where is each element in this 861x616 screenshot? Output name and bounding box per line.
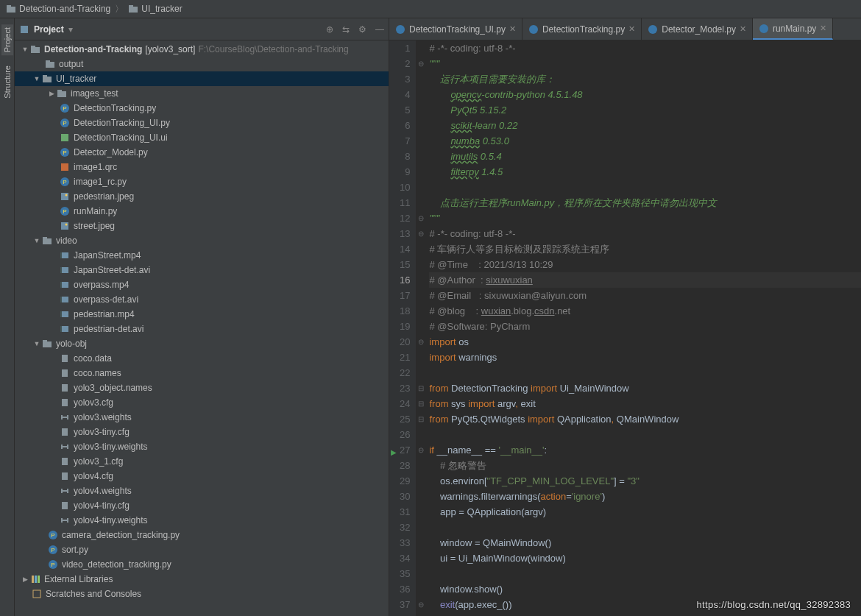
svg-text:P: P [51, 562, 54, 568]
tab-label: runMain.py [773, 24, 816, 34]
file-icon [59, 308, 71, 320]
tree-file[interactable]: P camera_detection_tracking.py [15, 528, 389, 542]
editor-tab[interactable]: DetectionTracking.py ✕ [522, 18, 642, 40]
tree-file[interactable]: pedestrian.jpeg [15, 189, 389, 204]
editor-tabs: DetectionTracking_UI.py ✕ DetectionTrack… [389, 18, 861, 40]
project-sidebar: Project ▾ ⊕ ⇆ ⚙ — ▼ Detection-and-Tracki… [15, 18, 389, 616]
tree-file[interactable]: P image1_rc.py [15, 174, 389, 189]
tree-label: Detection-and-Tracking [44, 44, 142, 54]
tree-file[interactable]: image1.qrc [15, 160, 389, 174]
tree-file[interactable]: yolov3.cfg [15, 395, 389, 410]
collapse-icon[interactable]: ⇆ [342, 24, 350, 35]
svg-rect-40 [60, 311, 62, 317]
tree-file[interactable]: yolov3.weights [15, 410, 389, 425]
python-icon [759, 24, 769, 34]
svg-rect-1 [7, 5, 11, 7]
tree-file[interactable]: P runMain.py [15, 204, 389, 219]
chevron-down-icon[interactable]: ▼ [32, 237, 41, 244]
close-icon[interactable]: ✕ [509, 24, 516, 34]
fold-gutter: ⊖⊖⊖⊖⊟⊟⊟⊖⊖ [416, 40, 426, 616]
chevron-down-icon[interactable]: ▼ [32, 340, 41, 347]
svg-point-28 [65, 224, 68, 226]
svg-rect-23 [61, 193, 68, 200]
chevron-right-icon[interactable]: ▶ [47, 90, 56, 97]
tree-file[interactable]: street.jpeg [15, 219, 389, 233]
tree-file[interactable]: P video_detection_tracking.py [15, 557, 389, 572]
code-content[interactable]: # -*- coding: utf-8 -*-""" 运行本项目需要安装的库： … [426, 40, 861, 616]
editor-tab[interactable]: runMain.py ✕ [753, 18, 833, 40]
folder-icon [41, 73, 53, 85]
tree-file[interactable]: P DetectionTracking_UI.py [15, 116, 389, 130]
python-icon [528, 24, 539, 35]
dropdown-icon[interactable]: ▾ [68, 24, 73, 35]
tree-root[interactable]: ▼ Detection-and-Tracking [yolov3_sort] F… [15, 42, 389, 57]
tree-file[interactable]: P DetectionTracking.py [15, 101, 389, 116]
svg-rect-11 [57, 91, 66, 97]
svg-rect-42 [60, 326, 62, 332]
close-icon[interactable]: ✕ [740, 24, 746, 34]
project-tree[interactable]: ▼ Detection-and-Tracking [yolov3_sort] F… [15, 40, 389, 616]
close-icon[interactable]: ✕ [628, 24, 635, 34]
tree-file[interactable]: P sort.py [15, 542, 389, 557]
tree-file[interactable]: coco.data [15, 351, 389, 366]
svg-rect-2 [129, 7, 138, 13]
svg-rect-4 [21, 26, 28, 33]
file-icon [59, 514, 71, 526]
svg-rect-9 [43, 77, 52, 82]
tree-file[interactable]: yolov4-tiny.cfg [15, 498, 389, 513]
svg-rect-0 [7, 7, 15, 13]
editor-tab[interactable]: Detector_Model.py ✕ [642, 18, 753, 40]
breadcrumb-current[interactable]: UI_tracker [141, 4, 182, 14]
chevron-down-icon[interactable]: ▼ [21, 46, 29, 53]
svg-rect-6 [31, 46, 35, 48]
locate-icon[interactable]: ⊕ [326, 24, 333, 35]
file-icon [59, 382, 71, 394]
code-editor[interactable]: 1234567891011121314151617181920212223242… [389, 40, 861, 616]
svg-text:P: P [51, 532, 54, 539]
file-icon [59, 294, 71, 305]
tree-file[interactable]: yolov3-tiny.weights [15, 439, 389, 454]
close-icon[interactable]: ✕ [820, 24, 826, 33]
hide-icon[interactable]: — [375, 24, 384, 35]
chevron-down-icon[interactable]: ▼ [32, 75, 41, 82]
tree-file[interactable]: JapanStreet-det.avi [15, 263, 389, 277]
svg-rect-12 [57, 90, 62, 92]
side-tab-structure[interactable]: Structure [1, 63, 13, 102]
side-tab-project[interactable]: Project [1, 24, 13, 55]
chevron-right-icon[interactable]: ▶ [21, 576, 29, 583]
tree-file[interactable]: yolo3_object.names [15, 380, 389, 395]
editor-tab[interactable]: DetectionTracking_UI.py ✕ [389, 18, 522, 40]
tree-file[interactable]: pedestrian.mp4 [15, 307, 389, 322]
tree-folder-output[interactable]: output [15, 57, 389, 71]
file-icon [59, 279, 71, 291]
tree-file[interactable]: overpass-det.avi [15, 292, 389, 307]
tree-file[interactable]: DetectionTracking_UI.ui [15, 130, 389, 145]
tree-folder-images-test[interactable]: ▶ images_test [15, 86, 389, 101]
tree-scratches[interactable]: Scratches and Consoles [15, 587, 389, 601]
file-icon [59, 132, 71, 144]
tree-file[interactable]: coco.names [15, 366, 389, 380]
svg-rect-35 [61, 282, 68, 288]
tree-folder-video[interactable]: ▼ video [15, 233, 389, 248]
svg-rect-57 [62, 472, 68, 480]
tree-folder-yolo[interactable]: ▼ yolo-obj [15, 336, 389, 351]
tree-file[interactable]: pedestrian-det.avi [15, 322, 389, 336]
tree-file[interactable]: JapanStreet.mp4 [15, 248, 389, 263]
breadcrumb: Detection-and-Tracking 〉 UI_tracker [0, 0, 861, 18]
tree-file[interactable]: yolov3-tiny.cfg [15, 425, 389, 439]
tree-file[interactable]: yolov4.weights [15, 484, 389, 498]
breadcrumb-root[interactable]: Detection-and-Tracking [19, 4, 110, 14]
tree-folder-ui-tracker[interactable]: ▼ UI_tracker [15, 71, 389, 86]
svg-rect-60 [67, 489, 68, 493]
svg-rect-53 [62, 446, 68, 447]
tree-file[interactable]: yolov4.cfg [15, 469, 389, 484]
tree-file[interactable]: yolov3_1.cfg [15, 454, 389, 469]
gear-icon[interactable]: ⚙ [358, 24, 366, 35]
tree-file[interactable]: overpass.mp4 [15, 277, 389, 292]
tree-file[interactable]: P Detector_Model.py [15, 145, 389, 160]
svg-rect-17 [61, 134, 68, 141]
svg-text:P: P [63, 179, 66, 185]
svg-rect-41 [61, 326, 68, 332]
tree-file[interactable]: yolov4-tiny.weights [15, 513, 389, 528]
tree-external-libs[interactable]: ▶ External Libraries [15, 572, 389, 587]
